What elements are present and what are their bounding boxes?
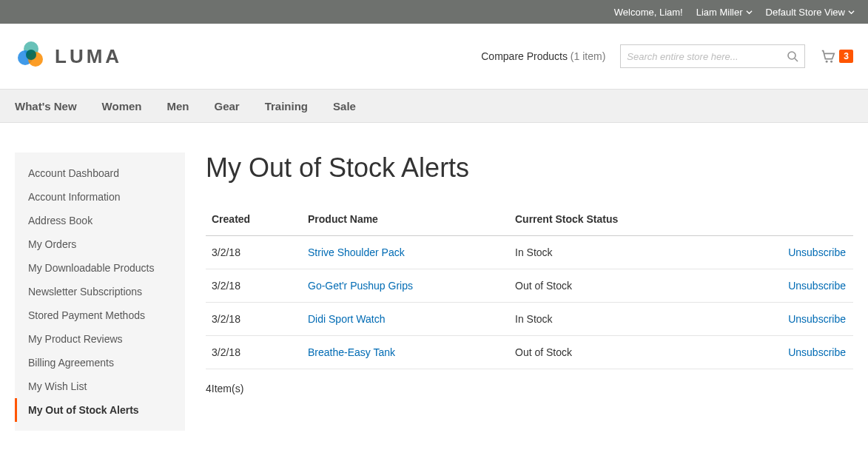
sidebar-item-my-out-of-stock-alerts[interactable]: My Out of Stock Alerts [15,398,185,422]
nav-item-gear[interactable]: Gear [214,100,239,112]
nav-item-training[interactable]: Training [265,100,308,112]
cell-created: 3/2/18 [206,269,302,303]
cart-count-badge: 3 [839,50,853,63]
col-action [750,206,853,236]
sidebar-item-my-orders[interactable]: My Orders [15,232,185,256]
cell-action: Unsubscribe [750,336,853,369]
cell-product: Strive Shoulder Pack [302,236,509,269]
store-view-switcher[interactable]: Default Store View [766,7,855,18]
table-row: 3/2/18Strive Shoulder PackIn StockUnsubs… [206,236,853,269]
header: LUMA Compare Products (1 item) 3 [0,24,868,89]
content-area: My Out of Stock Alerts Created Product N… [206,152,853,394]
table-row: 3/2/18Go-Get'r Pushup GripsOut of StockU… [206,269,853,303]
product-link[interactable]: Didi Sport Watch [308,313,386,325]
main-nav: What's NewWomenMenGearTrainingSale [0,89,868,123]
unsubscribe-link[interactable]: Unsubscribe [788,280,846,292]
chevron-down-icon [848,9,855,16]
col-product: Product Name [302,206,509,236]
unsubscribe-link[interactable]: Unsubscribe [788,246,846,258]
cell-created: 3/2/18 [206,336,302,369]
nav-item-sale[interactable]: Sale [333,100,356,112]
account-sidebar: Account DashboardAccount InformationAddr… [15,152,185,431]
sidebar-item-my-wish-list[interactable]: My Wish List [15,374,185,398]
search-input[interactable] [627,45,775,67]
page-title: My Out of Stock Alerts [206,152,853,184]
user-menu[interactable]: Liam Miller [696,7,753,18]
alerts-table: Created Product Name Current Stock Statu… [206,206,853,369]
welcome-message: Welcome, Liam! [614,7,683,18]
main-content: Account DashboardAccount InformationAddr… [0,123,868,460]
table-row: 3/2/18Didi Sport WatchIn StockUnsubscrib… [206,303,853,336]
brand-name: LUMA [55,45,122,68]
items-summary: 4Item(s) [206,383,853,394]
svg-point-4 [788,52,795,59]
nav-item-what-s-new[interactable]: What's New [15,100,77,112]
col-created: Created [206,206,302,236]
product-link[interactable]: Go-Get'r Pushup Grips [308,280,413,292]
cell-status: In Stock [509,236,750,269]
svg-point-6 [826,61,828,63]
product-link[interactable]: Breathe-Easy Tank [308,346,395,358]
unsubscribe-link[interactable]: Unsubscribe [788,346,846,358]
nav-item-men[interactable]: Men [166,100,189,112]
compare-label: Compare Products [481,50,568,62]
search-box[interactable] [620,44,805,68]
sidebar-item-my-downloadable-products[interactable]: My Downloadable Products [15,256,185,280]
compare-products-link[interactable]: Compare Products (1 item) [481,50,605,62]
sidebar-item-account-information[interactable]: Account Information [15,185,185,209]
svg-point-7 [830,61,832,63]
nav-item-women[interactable]: Women [102,100,142,112]
sidebar-item-billing-agreements[interactable]: Billing Agreements [15,351,185,374]
cell-created: 3/2/18 [206,236,302,269]
user-name: Liam Miller [696,7,743,18]
cell-action: Unsubscribe [750,236,853,269]
cell-status: Out of Stock [509,336,750,369]
sidebar-item-account-dashboard[interactable]: Account Dashboard [15,161,185,185]
table-row: 3/2/18Breathe-Easy TankOut of StockUnsub… [206,336,853,369]
cell-status: In Stock [509,303,750,336]
sidebar-item-address-book[interactable]: Address Book [15,209,185,232]
sidebar-item-my-product-reviews[interactable]: My Product Reviews [15,327,185,351]
sidebar-item-stored-payment-methods[interactable]: Stored Payment Methods [15,303,185,327]
col-status: Current Stock Status [509,206,750,236]
store-view-label: Default Store View [766,7,845,18]
logo[interactable]: LUMA [15,38,122,74]
svg-point-3 [26,50,36,60]
cell-product: Breathe-Easy Tank [302,336,509,369]
product-link[interactable]: Strive Shoulder Pack [308,246,405,258]
cart-icon [820,48,836,64]
cell-action: Unsubscribe [750,303,853,336]
cart-link[interactable]: 3 [820,48,853,64]
unsubscribe-link[interactable]: Unsubscribe [788,313,846,325]
compare-count: (1 item) [571,50,605,62]
chevron-down-icon [746,9,753,16]
cell-created: 3/2/18 [206,303,302,336]
logo-icon [15,38,47,74]
search-icon[interactable] [787,50,798,62]
sidebar-item-newsletter-subscriptions[interactable]: Newsletter Subscriptions [15,280,185,303]
cell-product: Go-Get'r Pushup Grips [302,269,509,303]
cell-product: Didi Sport Watch [302,303,509,336]
svg-line-5 [795,58,798,61]
cell-action: Unsubscribe [750,269,853,303]
topbar: Welcome, Liam! Liam Miller Default Store… [0,0,868,24]
cell-status: Out of Stock [509,269,750,303]
